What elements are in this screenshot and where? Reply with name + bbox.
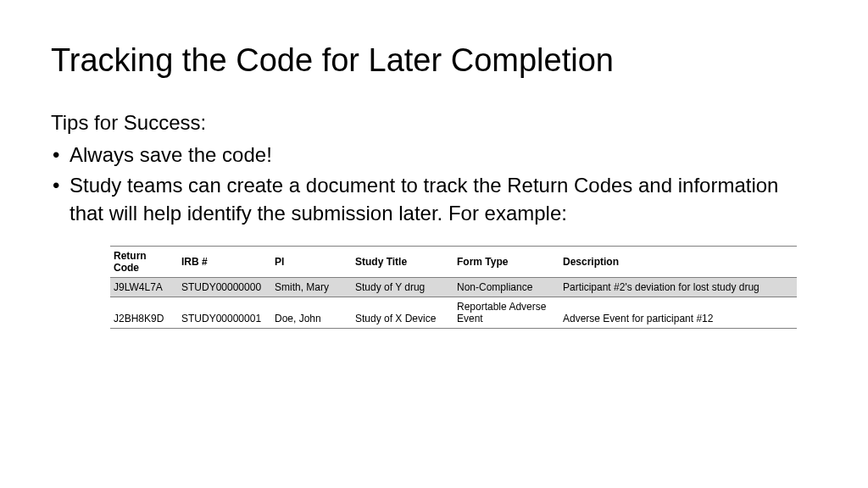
cell-pi: Smith, Mary bbox=[271, 278, 352, 297]
slide-title: Tracking the Code for Later Completion bbox=[51, 42, 817, 79]
table-row: J2BH8K9D STUDY00000001 Doe, John Study o… bbox=[110, 297, 797, 329]
tips-list: Always save the code! Study teams can cr… bbox=[51, 141, 817, 227]
header-form-type: Form Type bbox=[453, 247, 559, 278]
header-pi: PI bbox=[271, 247, 352, 278]
return-code-table: Return Code IRB # PI Study Title Form Ty… bbox=[110, 246, 797, 329]
tip-item: Study teams can create a document to tra… bbox=[51, 172, 817, 227]
cell-form-type: Non-Compliance bbox=[453, 278, 559, 297]
cell-study-title: Study of X Device bbox=[352, 297, 453, 329]
cell-study-title: Study of Y drug bbox=[352, 278, 453, 297]
cell-description: Adverse Event for participant #12 bbox=[559, 297, 797, 329]
cell-return-code: J9LW4L7A bbox=[110, 278, 178, 297]
cell-form-type: Reportable Adverse Event bbox=[453, 297, 559, 329]
header-study-title: Study Title bbox=[352, 247, 453, 278]
example-table-wrap: Return Code IRB # PI Study Title Form Ty… bbox=[51, 246, 817, 329]
tips-subtitle: Tips for Success: bbox=[51, 111, 817, 135]
cell-pi: Doe, John bbox=[271, 297, 352, 329]
cell-description: Participant #2's deviation for lost stud… bbox=[559, 278, 797, 297]
cell-irb: STUDY00000000 bbox=[178, 278, 271, 297]
header-return-code: Return Code bbox=[110, 247, 178, 278]
cell-irb: STUDY00000001 bbox=[178, 297, 271, 329]
header-description: Description bbox=[559, 247, 797, 278]
tip-item: Always save the code! bbox=[51, 141, 817, 169]
header-irb: IRB # bbox=[178, 247, 271, 278]
table-header-row: Return Code IRB # PI Study Title Form Ty… bbox=[110, 247, 797, 278]
cell-return-code: J2BH8K9D bbox=[110, 297, 178, 329]
table-row: J9LW4L7A STUDY00000000 Smith, Mary Study… bbox=[110, 278, 797, 297]
